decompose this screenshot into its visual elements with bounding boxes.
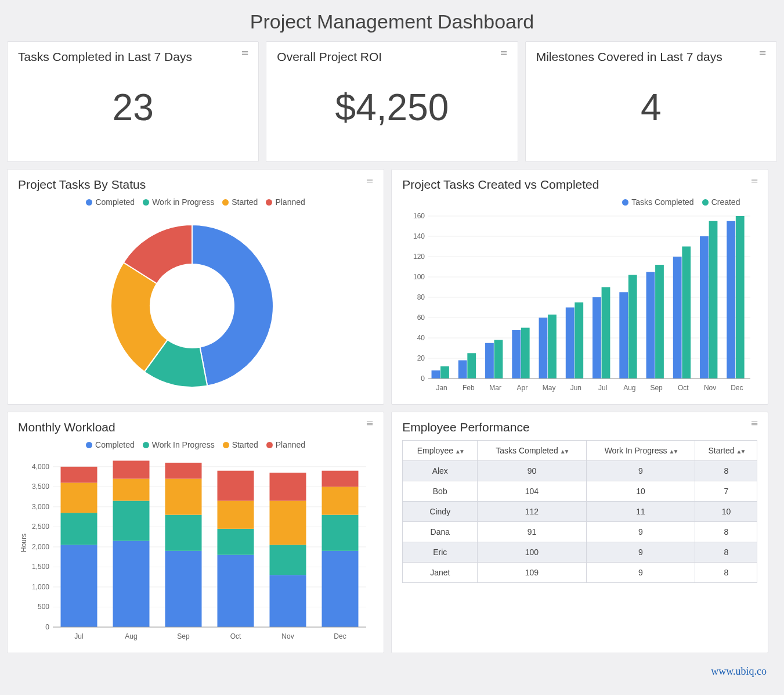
table-cell: 8 [695, 563, 757, 583]
page-title: Project Management Dashboard [7, 10, 777, 33]
card-monthly-workload: Monthly Workload ≡ Completed Work In Pro… [7, 412, 384, 653]
card-tasks-by-status: Project Tasks By Status ≡ Completed Work… [7, 169, 384, 405]
svg-text:0: 0 [45, 623, 49, 631]
table-header-started[interactable]: Started▲▼ [695, 441, 757, 461]
svg-rect-46 [682, 247, 691, 379]
svg-rect-100 [322, 487, 359, 514]
svg-text:500: 500 [38, 603, 49, 611]
svg-rect-40 [628, 275, 637, 379]
svg-text:May: May [543, 384, 556, 392]
svg-text:1,500: 1,500 [32, 563, 49, 571]
kpi-title: Milestones Covered in Last 7 days [536, 50, 722, 64]
table-cell: 7 [695, 481, 757, 502]
kpi-card-roi: Overall Project ROI ≡ $4,250 [266, 41, 518, 162]
svg-rect-78 [113, 541, 150, 627]
legend-label: Completed [95, 440, 135, 449]
table-header-employee[interactable]: Employee▲▼ [403, 441, 478, 461]
svg-text:Dec: Dec [731, 384, 743, 392]
svg-text:Dec: Dec [334, 632, 346, 640]
card-title: Project Tasks Created vs Completed [402, 178, 599, 192]
svg-rect-93 [270, 575, 306, 627]
legend-label: Tasks Completed [631, 197, 693, 207]
svg-rect-49 [709, 221, 718, 379]
legend-label: Completed [95, 197, 135, 207]
table-row: Dana9198 [403, 522, 757, 542]
chart-legend: Completed Work In Progress Started Plann… [18, 440, 373, 449]
svg-rect-19 [440, 366, 449, 379]
card-menu-icon[interactable]: ≡ [367, 420, 375, 426]
svg-text:Apr: Apr [517, 384, 528, 392]
svg-text:2,500: 2,500 [32, 523, 49, 531]
svg-text:Sep: Sep [651, 384, 663, 392]
table-row: Eric10098 [403, 542, 757, 563]
svg-text:3,500: 3,500 [32, 482, 49, 491]
svg-rect-27 [512, 330, 521, 379]
svg-rect-83 [165, 551, 202, 627]
table-cell: Eric [403, 542, 478, 563]
svg-rect-90 [218, 501, 254, 529]
kpi-title: Tasks Completed in Last 7 Days [18, 50, 192, 64]
card-menu-icon[interactable]: ≡ [751, 178, 759, 183]
table-cell: 109 [478, 563, 586, 583]
footer-link[interactable]: www.ubiq.co [711, 665, 767, 678]
card-created-vs-completed: Project Tasks Created vs Completed ≡ Tas… [391, 169, 768, 405]
svg-text:Oct: Oct [230, 632, 241, 640]
svg-rect-99 [322, 515, 359, 551]
table-header-tasks-completed[interactable]: Tasks Completed▲▼ [478, 441, 586, 461]
card-employee-performance: Employee Performance ≡ Employee▲▼ Tasks … [391, 412, 768, 653]
table-cell: 90 [478, 461, 586, 481]
legend-label: Work In Progress [152, 440, 215, 449]
svg-rect-74 [61, 513, 97, 545]
svg-text:Feb: Feb [463, 384, 475, 392]
table-cell: Cindy [403, 502, 478, 522]
table-header-wip[interactable]: Work In Progress▲▼ [586, 441, 695, 461]
card-menu-icon[interactable]: ≡ [759, 50, 767, 56]
svg-rect-88 [218, 555, 254, 627]
svg-rect-94 [270, 545, 306, 575]
svg-rect-39 [620, 292, 628, 379]
svg-rect-48 [700, 236, 709, 379]
svg-rect-96 [270, 473, 306, 500]
svg-rect-75 [61, 482, 97, 513]
card-title: Employee Performance [402, 420, 529, 434]
svg-rect-45 [673, 257, 682, 379]
svg-rect-73 [61, 545, 97, 627]
svg-rect-37 [602, 287, 610, 379]
table-cell: 9 [586, 542, 695, 563]
employee-table: Employee▲▼ Tasks Completed▲▼ Work In Pro… [402, 440, 757, 583]
card-menu-icon[interactable]: ≡ [500, 50, 508, 56]
chart-legend: Completed Work in Progress Started Plann… [18, 197, 373, 207]
table-cell: 104 [478, 481, 586, 502]
svg-rect-22 [468, 353, 476, 379]
svg-rect-91 [218, 471, 254, 501]
svg-rect-33 [566, 308, 575, 379]
table-cell: Alex [403, 461, 478, 481]
svg-rect-30 [539, 318, 548, 379]
svg-text:Aug: Aug [125, 632, 137, 640]
card-title: Monthly Workload [18, 420, 115, 434]
table-row: Bob104107 [403, 481, 757, 502]
card-menu-icon[interactable]: ≡ [241, 50, 250, 56]
svg-text:140: 140 [413, 232, 425, 240]
sort-icon: ▲▼ [560, 448, 568, 455]
table-cell: 8 [695, 542, 757, 563]
sort-icon: ▲▼ [669, 448, 677, 455]
svg-rect-18 [432, 370, 440, 379]
svg-text:100: 100 [413, 273, 425, 281]
legend-label: Work in Progress [152, 197, 214, 207]
card-menu-icon[interactable]: ≡ [367, 178, 375, 183]
svg-rect-76 [61, 467, 97, 483]
stacked-bar-chart: 05001,0001,5002,0002,5003,0003,5004,000J… [18, 453, 373, 644]
svg-text:3,000: 3,000 [32, 503, 49, 511]
chart-legend: Tasks Completed Created [402, 197, 757, 207]
card-menu-icon[interactable]: ≡ [751, 420, 759, 426]
svg-text:Hours: Hours [20, 534, 28, 552]
svg-rect-28 [521, 328, 530, 379]
legend-label: Created [711, 197, 740, 207]
svg-text:Jul: Jul [598, 384, 607, 392]
table-cell: Bob [403, 481, 478, 502]
kpi-title: Overall Project ROI [277, 50, 382, 64]
svg-rect-95 [270, 501, 306, 545]
svg-rect-85 [165, 479, 202, 515]
svg-text:Jun: Jun [570, 384, 581, 392]
